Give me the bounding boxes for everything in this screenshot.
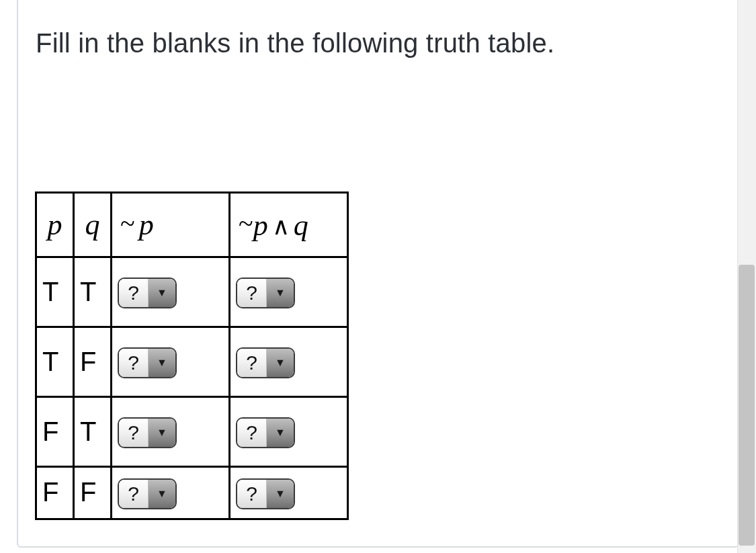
- dropdown-conj-row1[interactable]: ? ▼: [236, 278, 295, 308]
- question-card: Fill in the blanks in the following trut…: [17, 0, 739, 548]
- dropdown-conj-row2[interactable]: ? ▼: [236, 347, 295, 378]
- table-row: T F ? ▼ ? ▼: [36, 327, 348, 397]
- cell-q: F: [74, 327, 112, 397]
- cell-q: F: [74, 467, 112, 519]
- dropdown-conj-row3[interactable]: ? ▼: [236, 417, 295, 448]
- truth-table: p q ~p ~p∧q T T ?: [35, 192, 349, 520]
- question-prompt: Fill in the blanks in the following trut…: [36, 28, 554, 58]
- header-notp-and-q: ~p∧q: [230, 193, 348, 257]
- table-row: F T ? ▼ ? ▼: [36, 397, 348, 467]
- dropdown-value: ?: [237, 480, 267, 508]
- table-row: F F ? ▼ ? ▼: [36, 467, 348, 519]
- dropdown-value: ?: [237, 279, 267, 307]
- cell-not-p: ? ▼: [112, 327, 230, 397]
- chevron-down-icon: ▼: [267, 279, 294, 307]
- dropdown-value: ?: [237, 419, 267, 447]
- cell-p: F: [36, 397, 74, 467]
- cell-conj: ? ▼: [230, 257, 348, 327]
- chevron-down-icon: ▼: [149, 480, 175, 508]
- dropdown-not-p-row4[interactable]: ? ▼: [118, 478, 177, 509]
- chevron-down-icon: ▼: [267, 419, 294, 447]
- dropdown-value: ?: [237, 349, 267, 377]
- cell-q: T: [74, 397, 112, 467]
- cell-q: T: [74, 257, 112, 327]
- viewport: Fill in the blanks in the following trut…: [0, 0, 756, 553]
- header-p: p: [36, 193, 74, 257]
- scrollbar-thumb[interactable]: [739, 265, 755, 546]
- chevron-down-icon: ▼: [149, 419, 175, 447]
- dropdown-not-p-row3[interactable]: ? ▼: [118, 417, 177, 448]
- chevron-down-icon: ▼: [267, 349, 294, 377]
- cell-not-p: ? ▼: [112, 467, 230, 519]
- dropdown-value: ?: [119, 279, 149, 307]
- cell-p: T: [36, 257, 74, 327]
- scrollbar-track[interactable]: [737, 0, 756, 553]
- cell-p: T: [36, 327, 74, 397]
- cell-not-p: ? ▼: [112, 257, 230, 327]
- dropdown-not-p-row1[interactable]: ? ▼: [118, 278, 177, 308]
- header-q: q: [74, 193, 112, 257]
- cell-conj: ? ▼: [230, 467, 348, 519]
- chevron-down-icon: ▼: [149, 279, 175, 307]
- dropdown-value: ?: [119, 480, 149, 508]
- dropdown-value: ?: [119, 419, 149, 447]
- table-header-row: p q ~p ~p∧q: [36, 193, 348, 257]
- cell-p: F: [36, 467, 74, 519]
- dropdown-conj-row4[interactable]: ? ▼: [236, 478, 295, 509]
- header-not-p: ~p: [112, 193, 230, 257]
- table-row: T T ? ▼ ? ▼: [36, 257, 348, 327]
- dropdown-not-p-row2[interactable]: ? ▼: [118, 347, 177, 378]
- cell-conj: ? ▼: [230, 327, 348, 397]
- dropdown-value: ?: [119, 349, 149, 377]
- chevron-down-icon: ▼: [267, 480, 294, 508]
- cell-conj: ? ▼: [230, 397, 348, 467]
- chevron-down-icon: ▼: [149, 349, 175, 377]
- cell-not-p: ? ▼: [112, 397, 230, 467]
